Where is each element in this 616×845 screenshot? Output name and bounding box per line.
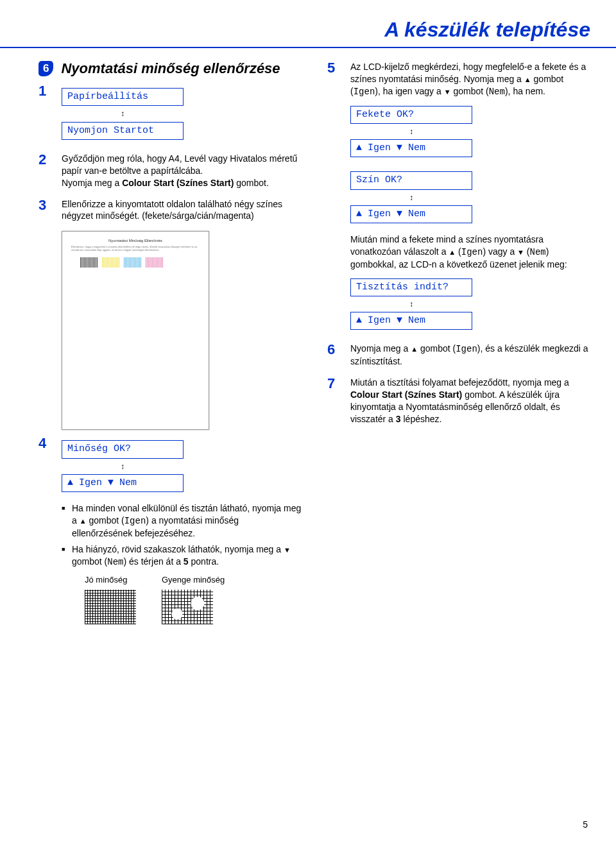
updown-icon: ↕ <box>350 126 472 137</box>
b2d: pontra. <box>189 556 219 567</box>
lcd-yes-no-4: ▲ Igen ▼ Nem <box>350 312 472 330</box>
up-triangle-icon <box>449 246 456 257</box>
b1code: Igen <box>124 516 146 526</box>
bullet-bad-quality: Ha hiányzó, rövid szakaszok láthatók, ny… <box>62 543 302 568</box>
s5p2c1: Igen <box>461 247 483 257</box>
swatch-cyan <box>124 257 142 268</box>
step-3-text: Ellenőrizze a kinyomtatott oldalon talál… <box>62 199 282 221</box>
step-4-number: 4 <box>38 436 62 450</box>
label-bad-quality: Gyenge minőség <box>162 575 225 585</box>
page-title: A készülék telepítése <box>0 0 616 47</box>
s5d: gombot ( <box>451 86 489 96</box>
updown-icon: ↕ <box>62 108 184 119</box>
print-preview-title: Nyomtatási Minőség Ellenőrzés <box>71 238 200 243</box>
up-triangle-icon <box>411 343 418 354</box>
s7c: lépéshez. <box>401 414 442 424</box>
s5e: ), ha nem. <box>505 86 545 96</box>
good-quality-sample <box>85 590 136 624</box>
section-heading: Nyomtatási minőség ellenőrzése <box>61 61 280 76</box>
up-triangle-icon <box>80 515 87 525</box>
print-preview-text: Ellenőrizze, hogy a négyzetek a vonalak … <box>71 246 200 252</box>
right-column: 5 Az LCD-kijelző megkérdezi, hogy megfel… <box>327 61 590 641</box>
s5p2c2: Nem <box>530 247 546 257</box>
b2code: Nem <box>107 557 123 567</box>
b1b: gombot ( <box>87 515 124 525</box>
swatch-magenta <box>146 257 164 268</box>
s5p2b: ( <box>456 246 461 257</box>
s7a: Miután a tisztítási folyamat befejeződöt… <box>350 377 569 388</box>
s6code: Igen <box>456 344 477 354</box>
lcd-quality-ok: Minőség OK? <box>62 440 184 458</box>
step-7-number: 7 <box>327 377 350 391</box>
step-5-number: 5 <box>327 61 350 75</box>
s5p2d: ( <box>524 246 530 257</box>
lcd-paper-setting: Papírbeállítás <box>62 88 184 106</box>
updown-icon: ↕ <box>62 461 184 472</box>
b2c: ) és térjen át a <box>123 556 183 567</box>
s7bold1: Colour Start (Színes Start) <box>350 389 462 400</box>
b2bold: 5 <box>184 556 189 567</box>
updown-icon: ↕ <box>350 192 472 203</box>
lcd-yes-no-2: ▲ Igen ▼ Nem <box>350 139 472 157</box>
bad-quality-sample <box>162 590 213 624</box>
up-triangle-icon <box>524 74 531 84</box>
bullet-good-quality: Ha minden vonal elkülönül és tisztán lát… <box>62 502 302 540</box>
s6b: gombot ( <box>418 343 456 354</box>
b2b: gombot ( <box>72 556 107 567</box>
print-preview: Nyomtatási Minőség Ellenőrzés Ellenőrizz… <box>62 231 209 430</box>
step-2-bold: Colour Start (Színes Start) <box>122 178 234 188</box>
lcd-start-cleaning: Tisztítás indít? <box>350 278 472 296</box>
step-2-number: 2 <box>38 153 62 167</box>
lcd-black-ok: Fekete OK? <box>350 106 472 124</box>
step-2-text-pre: Nyomja meg a <box>62 178 122 188</box>
page-number: 5 <box>583 819 588 830</box>
title-divider <box>0 47 616 48</box>
swatch-black <box>80 257 98 268</box>
down-triangle-icon <box>517 246 524 257</box>
down-triangle-icon <box>444 86 451 96</box>
label-good-quality: Jó minőség <box>85 575 127 585</box>
s5c2: Nem <box>489 87 505 97</box>
lcd-color-ok: Szín OK? <box>350 171 472 189</box>
step-2-text-post: gombot. <box>234 178 268 188</box>
s6a: Nyomja meg a <box>350 343 411 354</box>
s5c1: Igen <box>354 87 375 97</box>
lcd-press-start: Nyomjon Startot <box>62 122 184 140</box>
left-column: 6 Nyomtatási minőség ellenőrzése 1 Papír… <box>38 61 302 641</box>
down-triangle-icon <box>284 544 291 554</box>
b2a: Ha hiányzó, rövid szakaszok láthatók, ny… <box>72 544 284 554</box>
s7bold2: 3 <box>396 414 401 424</box>
s5p2c: ) vagy a <box>483 246 517 257</box>
s5c: ), ha igen vagy a <box>375 86 443 96</box>
updown-icon: ↕ <box>350 299 472 309</box>
swatch-yellow <box>102 257 120 268</box>
lcd-yes-no-3: ▲ Igen ▼ Nem <box>350 205 472 223</box>
step-3-number: 3 <box>38 198 62 212</box>
step-1-number: 1 <box>38 84 62 98</box>
step-2-text-a: Győződjön meg róla, hogy A4, Levél vagy … <box>62 153 297 176</box>
section-badge: 6 <box>38 61 53 76</box>
step-6-number: 6 <box>327 343 350 357</box>
lcd-yes-no-1: ▲ Igen ▼ Nem <box>62 474 184 492</box>
